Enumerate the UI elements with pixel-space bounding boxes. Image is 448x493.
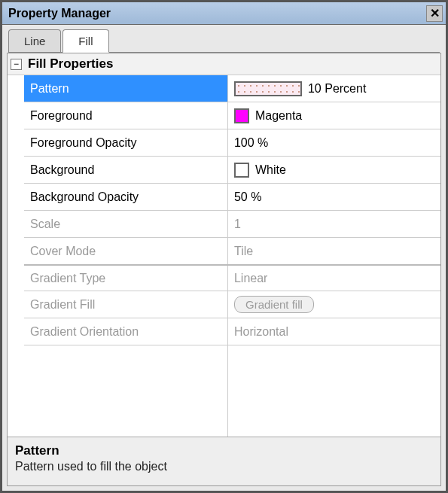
prop-label: Cover Mode [24, 238, 228, 264]
prop-label: Pattern [24, 75, 228, 102]
color-swatch-icon [234, 163, 249, 178]
prop-value-text: Horizontal [234, 325, 288, 339]
prop-row-background[interactable]: Background White [24, 157, 440, 184]
description-title: Pattern [15, 443, 433, 458]
description-text: Pattern used to fill the object [15, 460, 433, 473]
prop-label-empty [24, 345, 228, 437]
color-swatch-icon [234, 108, 249, 123]
prop-value-text: 10 Percent [308, 82, 366, 96]
prop-value-text: 50 % [234, 190, 261, 204]
prop-value: Tile [228, 238, 440, 264]
prop-value-text: 1 [234, 218, 241, 231]
window-title: Property Manager [8, 7, 111, 20]
prop-value[interactable]: 100 % [228, 129, 440, 156]
titlebar: Property Manager ✕ [2, 2, 446, 25]
prop-label: Gradient Type [24, 266, 228, 291]
prop-label: Gradient Fill [24, 291, 228, 318]
prop-row-background-opacity[interactable]: Background Opacity 50 % [24, 184, 440, 211]
close-button[interactable]: ✕ [426, 5, 443, 22]
tab-fill[interactable]: Fill [62, 29, 108, 53]
prop-row-gradient-orientation: Gradient Orientation Horizontal [24, 318, 440, 345]
prop-label: Foreground [24, 102, 228, 129]
prop-label: Background [24, 157, 228, 183]
content-outer: − Fill Properties Pattern 10 Percent For… [2, 53, 446, 491]
prop-value-background[interactable]: White [228, 157, 440, 183]
prop-value-empty [228, 345, 440, 437]
prop-value-text: Linear [234, 272, 267, 285]
prop-row-cover-mode: Cover Mode Tile [24, 238, 440, 265]
prop-value-text: Tile [234, 245, 253, 258]
description-pane: Pattern Pattern used to fill the object [8, 437, 440, 485]
gradient-fill-button: Gradient fill [234, 296, 314, 313]
prop-value-text: Magenta [255, 109, 302, 123]
section-title: Fill Properties [28, 56, 113, 72]
prop-value: Linear [228, 266, 440, 291]
prop-value: Gradient fill [228, 291, 440, 318]
prop-label: Scale [24, 211, 228, 237]
property-manager-window: Property Manager ✕ Line Fill − Fill Prop… [0, 0, 448, 493]
prop-row-gradient-fill: Gradient Fill Gradient fill [24, 291, 440, 318]
prop-row-foreground-opacity[interactable]: Foreground Opacity 100 % [24, 129, 440, 157]
collapse-toggle[interactable]: − [11, 59, 22, 70]
pattern-swatch-icon [234, 81, 302, 96]
property-grid: Pattern 10 Percent Foreground Magenta Fo… [8, 75, 440, 437]
prop-value-text: 100 % [234, 136, 268, 150]
content: − Fill Properties Pattern 10 Percent For… [7, 53, 441, 486]
prop-row-gradient-type: Gradient Type Linear [24, 264, 440, 291]
prop-value: 1 [228, 211, 440, 237]
prop-row-pattern[interactable]: Pattern 10 Percent [24, 75, 440, 102]
close-icon: ✕ [430, 8, 440, 20]
prop-value: Horizontal [228, 318, 440, 345]
tabstrip: Line Fill [2, 25, 446, 52]
section-header: − Fill Properties [8, 53, 440, 75]
prop-row-empty [24, 345, 440, 437]
prop-value-foreground[interactable]: Magenta [228, 102, 440, 129]
prop-value-pattern[interactable]: 10 Percent [228, 75, 440, 102]
prop-row-scale: Scale 1 [24, 211, 440, 238]
prop-value[interactable]: 50 % [228, 184, 440, 210]
prop-label: Gradient Orientation [24, 318, 228, 345]
prop-label: Background Opacity [24, 184, 228, 210]
prop-row-foreground[interactable]: Foreground Magenta [24, 102, 440, 129]
prop-label: Foreground Opacity [24, 129, 228, 156]
minus-icon: − [14, 59, 19, 68]
tab-line[interactable]: Line [8, 29, 61, 52]
prop-value-text: White [255, 163, 286, 177]
